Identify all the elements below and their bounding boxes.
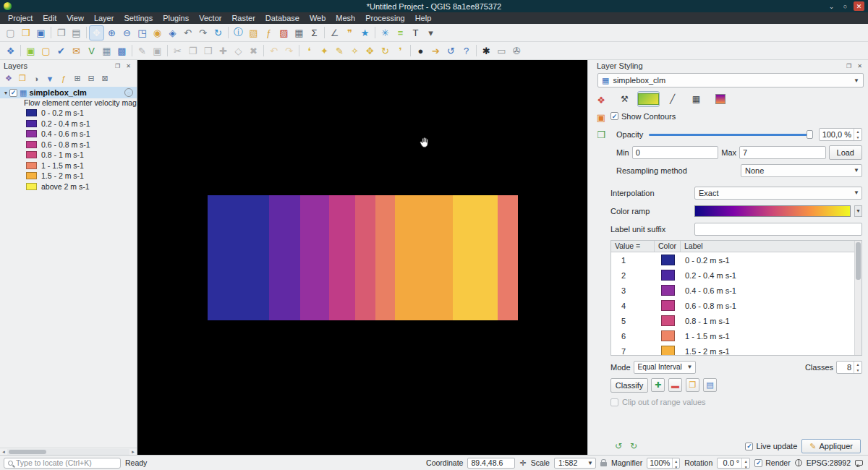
table-header-1[interactable]: Value = [611,241,655,252]
select-by-expression-icon[interactable]: ƒ [261,25,276,40]
pin-labels-icon[interactable]: ✎ [332,43,347,59]
menu-vector[interactable]: Vector [194,13,226,23]
color-cell[interactable] [655,285,681,296]
value-cell[interactable]: 4 [611,302,655,310]
value-cell[interactable]: 7 [611,347,655,356]
color-cell[interactable] [655,255,681,265]
load-button[interactable]: Load [829,145,862,160]
metasearch-icon[interactable]: ✉ [69,43,84,59]
menu-help[interactable]: Help [410,13,437,23]
value-cell[interactable]: 2 [611,271,655,280]
layer-indicator-icon[interactable]: ◌ [124,88,133,97]
value-cell[interactable]: 1 [611,256,655,265]
color-ramp-button[interactable] [694,205,851,217]
apply-button[interactable]: ✎ Appliquer [801,439,861,453]
label-cell[interactable]: 0.6 - 0.8 m s-1 [681,302,854,310]
mode-dropdown[interactable]: Equal Interval ▼ [634,361,696,374]
vectors-tab[interactable]: ╱ [661,91,684,107]
min-input[interactable]: 0 [632,146,719,159]
menu-mesh[interactable]: Mesh [331,13,360,23]
menu-plugins[interactable]: Plugins [158,13,194,23]
resampling-dropdown[interactable]: None ▼ [741,164,862,177]
maximize-button[interactable]: ○ [840,1,851,11]
layers-hscrollbar[interactable]: ◂ ▸ [0,448,137,455]
layer-labeling-icon[interactable]: ❛ [302,43,317,59]
expand-all-icon[interactable]: ⊞ [72,73,83,85]
deselect-features-icon[interactable]: ▨ [276,25,292,40]
value-cell[interactable]: 5 [611,317,655,325]
open-layer-styling-panel-icon[interactable]: ❖ [3,73,14,85]
zoom-full-icon[interactable]: ◳ [135,25,150,40]
color-swatch[interactable] [661,285,675,296]
table-row[interactable]: 10 - 0.2 m s-1 [611,252,854,268]
new-bookmark-icon[interactable]: ★ [357,25,373,40]
collapse-all-icon[interactable]: ⊟ [85,73,97,85]
mesh-frame-tab[interactable]: ▦ [685,91,707,107]
copy-features-icon[interactable]: ❐ [185,43,200,59]
text-annotation-icon[interactable]: T [408,25,423,40]
map-canvas[interactable] [137,60,587,455]
averaging-tab[interactable] [709,91,731,107]
color-swatch[interactable] [661,300,675,311]
new-virtual-layer-icon[interactable]: ✔ [54,43,69,59]
general-settings-tab[interactable]: ⚒ [613,91,636,107]
styling-layer-selector[interactable]: ▦ simplebox_clm ▼ [597,73,864,87]
processing-toolbox-icon[interactable]: ✳ [378,25,393,40]
new-project-icon[interactable]: ▢ [3,25,18,40]
menu-settings[interactable]: Settings [119,13,158,23]
manage-map-themes-icon[interactable]: ◑ [30,73,42,85]
filter-by-expression-icon[interactable]: ƒ [58,73,69,85]
expander-icon[interactable]: ▾ [2,90,9,96]
undo-icon[interactable]: ↶ [266,43,281,59]
panel-splitter[interactable] [587,60,593,455]
zoom-in-icon[interactable]: ⊕ [104,25,119,40]
help-contents-icon[interactable]: ↺ [443,43,459,59]
export-map-icon[interactable]: ➔ [428,43,443,59]
delete-selected-icon[interactable]: ✖ [246,43,261,59]
label-cell[interactable]: 1.5 - 2 m s-1 [681,347,854,356]
new-shapefile-icon[interactable]: ▢ [38,43,54,59]
add-mesh-layer-icon[interactable]: ▩ [114,43,129,59]
interpolation-dropdown[interactable]: Exact ▼ [694,187,862,200]
magnifier-spinbox[interactable]: 100% ▲▼ [647,458,680,469]
vertex-tool-icon[interactable]: ◇ [231,43,246,59]
save-project-icon[interactable]: ▣ [33,25,48,40]
label-cell[interactable]: 1 - 1.5 m s-1 [681,332,854,341]
pan-map-icon[interactable]: ✥ [89,25,104,40]
color-ramp-menu-icon[interactable]: ▼ [854,205,862,217]
load-color-map-button[interactable]: ❒ [686,378,699,392]
zoom-to-layer-icon[interactable]: ◈ [165,25,180,40]
identify-features-icon[interactable]: ⓘ [231,25,246,40]
remove-layer-icon[interactable]: ⊠ [99,73,111,85]
lock-scale-icon[interactable] [600,462,607,466]
color-swatch[interactable] [661,346,675,355]
layer-row-simplebox-clm[interactable]: ▾ ▦ simplebox_clm ◌ [0,87,137,98]
table-row[interactable]: 40.6 - 0.8 m s-1 [611,298,854,313]
zoom-next-icon[interactable]: ↷ [195,25,210,40]
menu-layer[interactable]: Layer [89,13,119,23]
measure-icon[interactable]: ∠ [327,25,342,40]
add-group-icon[interactable]: ❒ [17,73,28,85]
symbology-badge-icon[interactable]: ❖ [597,95,605,106]
show-layout-manager-icon[interactable]: ▤ [69,25,84,40]
render-checkbox[interactable] [754,459,762,467]
menu-project[interactable]: Project [3,13,38,23]
show-contours-checkbox[interactable] [610,112,618,120]
color-swatch[interactable] [661,330,675,341]
legend-item[interactable]: above 2 m s-1 [0,181,137,192]
table-scrollbar[interactable] [854,241,861,355]
color-swatch[interactable] [661,315,675,326]
new-geopackage-icon[interactable]: ▣ [23,43,38,59]
color-cell[interactable] [655,346,681,355]
close-panel-icon[interactable]: ✕ [855,61,864,70]
python-console-icon[interactable]: ▭ [494,43,509,59]
menu-database[interactable]: Database [260,13,305,23]
add-vector-layer-icon[interactable]: V [84,43,99,59]
close-panel-icon[interactable]: ✕ [124,61,133,70]
zoom-out-icon[interactable]: ⊖ [119,25,135,40]
rotation-spinbox[interactable]: 0.0 ° ▲▼ [717,458,750,469]
options-icon[interactable]: ✇ [509,43,524,59]
labels-badge-icon[interactable]: ▣ [597,112,605,123]
coordinate-input[interactable]: 89.4,48.6 [467,458,515,469]
zoom-last-icon[interactable]: ↶ [180,25,195,40]
